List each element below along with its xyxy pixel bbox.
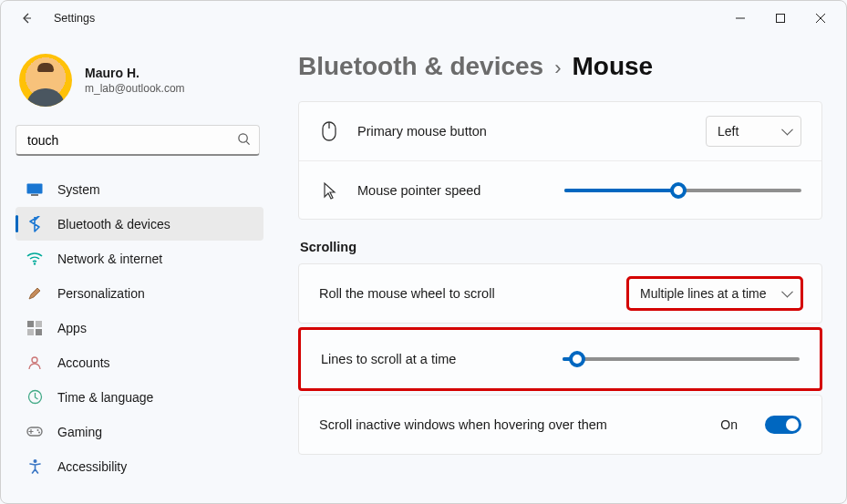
row-pointer-speed: Mouse pointer speed (299, 160, 821, 219)
wifi-icon (26, 251, 43, 267)
sidebar-item-accounts[interactable]: Accounts (15, 345, 263, 379)
sidebar-item-label: Network & internet (57, 252, 162, 266)
svg-rect-3 (31, 194, 38, 196)
maximize-icon (776, 14, 785, 23)
setting-label: Roll the mouse wheel to scroll (319, 286, 495, 301)
sidebar-item-system[interactable]: System (15, 172, 263, 206)
card-lines-scroll: Lines to scroll at a time (298, 327, 822, 391)
sidebar-item-label: Accessibility (57, 459, 127, 474)
svg-point-13 (38, 432, 40, 434)
minimize-icon (736, 14, 745, 23)
profile-block[interactable]: Mauro H. m_lab@outlook.com (15, 48, 263, 123)
sidebar-item-label: System (57, 182, 100, 197)
profile-email: m_lab@outlook.com (85, 82, 185, 95)
section-heading-scrolling: Scrolling (300, 240, 822, 254)
svg-rect-8 (36, 329, 42, 335)
sidebar-item-label: Apps (57, 321, 87, 335)
bluetooth-icon (26, 216, 43, 232)
setting-label: Lines to scroll at a time (321, 352, 456, 366)
row-primary-button: Primary mouse button Left (299, 102, 821, 160)
breadcrumb: Bluetooth & devices › Mouse (298, 52, 822, 81)
avatar (19, 54, 72, 107)
slider-thumb[interactable] (569, 351, 585, 367)
arrow-left-icon (19, 11, 34, 26)
setting-label: Scroll inactive windows when hovering ov… (319, 417, 607, 432)
profile-name: Mauro H. (85, 66, 185, 80)
svg-rect-5 (27, 321, 34, 327)
inactive-scroll-toggle[interactable] (765, 416, 801, 434)
person-icon (26, 355, 43, 371)
back-button[interactable] (14, 5, 39, 31)
svg-rect-7 (27, 329, 34, 335)
sidebar-item-gaming[interactable]: Gaming (15, 415, 263, 448)
card-primary-group: Primary mouse button Left Mouse pointer … (298, 101, 822, 220)
sidebar-item-time-language[interactable]: Time & language (15, 380, 263, 414)
cursor-icon (319, 181, 339, 200)
svg-point-4 (34, 262, 36, 264)
sidebar-item-bluetooth-devices[interactable]: Bluetooth & devices (15, 207, 263, 241)
row-lines-scroll: Lines to scroll at a time (301, 330, 820, 388)
clock-globe-icon (26, 389, 43, 406)
svg-rect-2 (27, 183, 43, 193)
paintbrush-icon (26, 285, 43, 302)
search-icon (237, 132, 251, 149)
svg-point-12 (37, 429, 39, 431)
titlebar: Settings (1, 1, 846, 36)
search-input[interactable] (15, 125, 260, 156)
toggle-state-label: On (720, 417, 738, 432)
sidebar-item-apps[interactable]: Apps (15, 311, 263, 345)
apps-icon (26, 320, 43, 336)
sidebar-item-label: Accounts (57, 355, 110, 370)
breadcrumb-parent[interactable]: Bluetooth & devices (298, 52, 543, 81)
pointer-speed-slider[interactable] (564, 181, 801, 200)
sidebar-item-label: Gaming (57, 425, 102, 439)
close-button[interactable] (801, 5, 841, 32)
maximize-button[interactable] (760, 5, 801, 32)
page-title: Mouse (573, 52, 654, 81)
dropdown-value: Multiple lines at a time (640, 286, 767, 301)
setting-label: Mouse pointer speed (357, 183, 480, 198)
svg-point-14 (33, 459, 36, 463)
chevron-right-icon: › (554, 57, 561, 80)
slider-thumb[interactable] (670, 182, 687, 199)
svg-point-9 (32, 357, 37, 363)
mouse-icon (319, 121, 339, 141)
setting-label: Primary mouse button (357, 124, 487, 139)
sidebar-item-network[interactable]: Network & internet (15, 242, 263, 275)
row-inactive-scroll: Scroll inactive windows when hovering ov… (299, 396, 821, 454)
primary-button-dropdown[interactable]: Left (706, 116, 801, 147)
svg-point-1 (239, 134, 247, 142)
gamepad-icon (26, 424, 43, 440)
card-inactive-scroll: Scroll inactive windows when hovering ov… (298, 395, 822, 455)
roll-wheel-dropdown[interactable]: Multiple lines at a time (628, 278, 801, 309)
window-title: Settings (54, 12, 95, 25)
minimize-button[interactable] (720, 5, 760, 32)
sidebar: Mauro H. m_lab@outlook.com System Blueto… (1, 36, 274, 503)
row-roll-wheel: Roll the mouse wheel to scroll Multiple … (299, 264, 821, 323)
main-panel: Bluetooth & devices › Mouse Primary mous… (274, 36, 846, 503)
lines-scroll-slider[interactable] (563, 350, 800, 368)
close-icon (816, 14, 825, 23)
sidebar-item-label: Personalization (57, 286, 145, 301)
display-icon (26, 181, 43, 198)
sidebar-item-personalization[interactable]: Personalization (15, 276, 263, 310)
sidebar-item-label: Bluetooth & devices (57, 217, 170, 231)
sidebar-item-label: Time & language (57, 390, 153, 405)
svg-rect-0 (777, 15, 785, 23)
search-box (15, 125, 260, 156)
dropdown-value: Left (718, 124, 739, 139)
card-roll-wheel: Roll the mouse wheel to scroll Multiple … (298, 263, 822, 324)
sidebar-item-accessibility[interactable]: Accessibility (15, 449, 263, 483)
accessibility-icon (26, 458, 43, 475)
svg-rect-6 (36, 321, 42, 327)
nav: System Bluetooth & devices Network & int… (15, 172, 263, 483)
